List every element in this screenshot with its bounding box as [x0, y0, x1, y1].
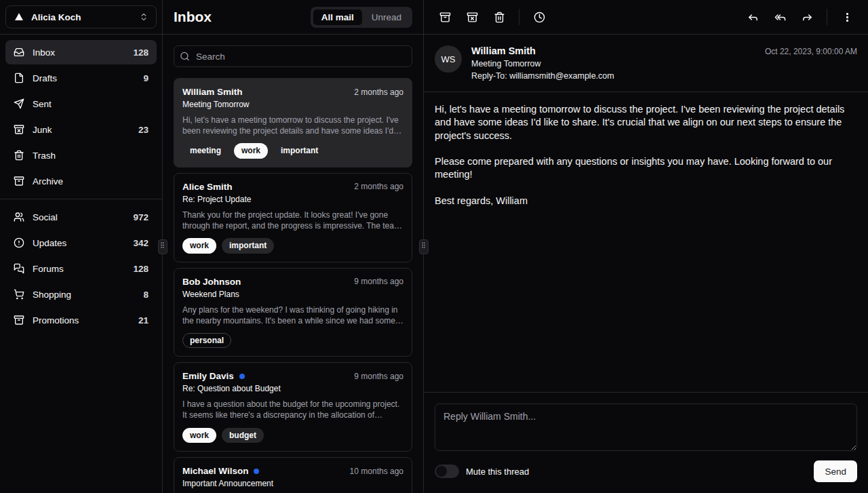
mail-filter-tabs: All mailUnread — [311, 7, 412, 28]
email-badges: personal — [182, 333, 403, 348]
reply-all-icon — [774, 12, 786, 23]
tab-all-mail[interactable]: All mail — [313, 9, 362, 25]
grip-vertical-icon — [159, 240, 166, 253]
archive-icon — [14, 176, 24, 186]
reply-to-email: williamsmith@example.com — [509, 71, 614, 81]
archive-x-icon — [14, 124, 24, 135]
search-icon — [180, 52, 190, 62]
email-list-item[interactable]: Michael Wilson 10 months ago Important A… — [174, 457, 412, 493]
panel-resize-handle[interactable] — [158, 239, 167, 254]
mail-detail-header: WS William Smith Meeting Tomorrow Reply-… — [424, 35, 868, 92]
email-subject: Re: Project Update — [182, 195, 403, 204]
reply-all-button[interactable] — [767, 4, 793, 30]
avatar: WS — [435, 45, 462, 73]
search-input[interactable] — [174, 45, 412, 67]
panel-divider-left — [162, 0, 163, 493]
trash-icon — [14, 150, 24, 161]
archive-x-icon — [467, 12, 478, 23]
reply-button[interactable] — [740, 4, 766, 30]
sidebar-item-inbox[interactable]: Inbox 128 — [5, 40, 157, 64]
more-vertical-icon — [842, 12, 853, 23]
email-list-item[interactable]: William Smith 2 months ago Meeting Tomor… — [174, 78, 412, 167]
alert-circle-icon — [14, 237, 24, 248]
mail-app: Alicia Koch Inbox 128 Drafts 9 Sent Junk… — [0, 0, 868, 493]
unread-dot — [254, 469, 259, 474]
email-list: William Smith 2 months ago Meeting Tomor… — [163, 78, 423, 493]
account-switcher[interactable]: Alicia Koch — [5, 5, 157, 28]
toolbar-separator — [827, 9, 827, 25]
snooze-button[interactable] — [526, 4, 552, 30]
email-preview: Thank you for the project update. It loo… — [182, 210, 403, 231]
email-subject: Re: Question about Budget — [182, 384, 403, 393]
sidebar-item-sent[interactable]: Sent — [5, 92, 157, 116]
sidebar-nav-secondary: Social 972 Updates 342 Forums 128 Shoppi… — [0, 199, 162, 338]
archive-button[interactable] — [432, 4, 458, 30]
email-list-item[interactable]: Alice Smith 2 months ago Re: Project Upd… — [174, 173, 412, 262]
badge-budget: budget — [222, 428, 264, 443]
move-to-trash-button[interactable] — [486, 4, 512, 30]
inbox-icon — [14, 47, 24, 58]
forward-icon — [802, 12, 813, 23]
email-list-item[interactable]: Bob Johnson 9 months ago Weekend Plans A… — [174, 268, 412, 357]
page-title: Inbox — [174, 9, 212, 25]
sidebar-item-updates[interactable]: Updates 342 — [5, 231, 157, 255]
toolbar-separator — [519, 9, 519, 25]
badge-work: work — [182, 428, 216, 443]
toolbar-right-group — [740, 4, 860, 30]
send-button[interactable]: Send — [814, 460, 857, 482]
mute-thread-switch[interactable] — [435, 465, 459, 478]
mail-list-header: Inbox All mailUnread — [163, 0, 423, 35]
account-name: Alicia Koch — [31, 12, 81, 22]
mail-list-panel: Inbox All mailUnread William Smith 2 mon… — [163, 0, 423, 493]
email-time: 9 months ago — [354, 277, 403, 286]
sidebar-item-forums[interactable]: Forums 128 — [5, 256, 157, 281]
mail-detail-panel: WS William Smith Meeting Tomorrow Reply-… — [424, 0, 868, 493]
detail-reply-to: Reply-To: williamsmith@example.com — [471, 71, 614, 81]
grip-vertical-icon — [420, 240, 427, 253]
sidebar-item-archive[interactable]: Archive — [5, 169, 157, 193]
sidebar: Alicia Koch Inbox 128 Drafts 9 Sent Junk… — [0, 0, 162, 493]
badge-meeting: meeting — [182, 143, 229, 158]
more-options-button[interactable] — [834, 4, 860, 30]
send-icon — [14, 98, 24, 109]
move-to-junk-button[interactable] — [459, 4, 485, 30]
users-icon — [14, 212, 24, 222]
detail-date: Oct 22, 2023, 9:00:00 AM — [765, 45, 857, 56]
sidebar-item-junk[interactable]: Junk 23 — [5, 117, 157, 142]
clock-icon — [534, 12, 545, 23]
sidebar-item-promotions[interactable]: Promotions 21 — [5, 308, 157, 332]
email-time: 2 months ago — [354, 182, 403, 191]
badge-important: important — [273, 143, 326, 158]
brand-triangle-icon — [14, 12, 24, 22]
forward-button[interactable] — [794, 4, 820, 30]
reply-textarea[interactable] — [435, 403, 857, 451]
email-time: 9 months ago — [354, 372, 403, 381]
email-sender: Emily Davis — [182, 371, 234, 381]
email-badges: workimportant — [182, 238, 403, 253]
sidebar-item-drafts[interactable]: Drafts 9 — [5, 66, 157, 90]
archive-icon — [14, 315, 24, 326]
mail-toolbar — [424, 0, 868, 35]
email-preview: Hi, let's have a meeting tomorrow to dis… — [182, 115, 403, 136]
badge-work: work — [234, 143, 268, 158]
sidebar-item-social[interactable]: Social 972 — [5, 205, 157, 229]
shopping-cart-icon — [14, 289, 24, 300]
tab-unread[interactable]: Unread — [363, 9, 410, 25]
email-list-item[interactable]: Emily Davis 9 months ago Re: Question ab… — [174, 362, 412, 452]
email-sender: Bob Johnson — [182, 277, 241, 287]
email-sender: Alice Smith — [182, 182, 233, 192]
reply-section: Mute this thread Send — [424, 392, 868, 493]
sidebar-item-shopping[interactable]: Shopping 8 — [5, 282, 157, 307]
unread-dot — [239, 374, 245, 379]
trash-icon — [494, 12, 505, 23]
toolbar-left-group — [432, 4, 552, 30]
email-preview: Any plans for the weekend? I was thinkin… — [182, 304, 403, 326]
sidebar-item-trash[interactable]: Trash — [5, 143, 157, 167]
panel-divider-right — [423, 0, 424, 493]
panel-resize-handle[interactable] — [419, 239, 429, 254]
sidebar-nav-primary: Inbox 128 Drafts 9 Sent Junk 23 Trash Ar… — [0, 35, 162, 199]
file-icon — [14, 73, 24, 83]
mute-thread-label: Mute this thread — [466, 467, 529, 477]
email-preview: I have a question about the budget for t… — [182, 399, 403, 420]
email-subject: Important Announcement — [182, 479, 403, 488]
